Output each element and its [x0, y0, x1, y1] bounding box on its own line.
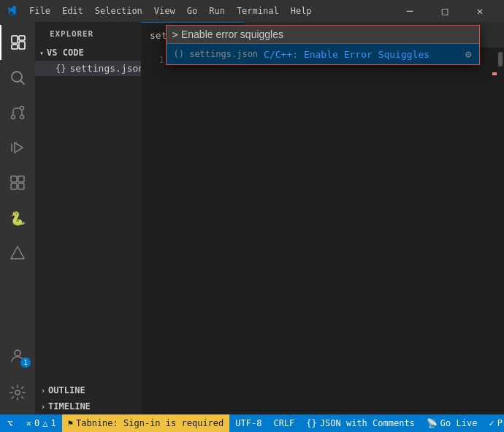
menu-view[interactable]: View [150, 4, 180, 18]
svg-rect-3 [19, 42, 25, 49]
svg-point-18 [15, 390, 20, 395]
timeline-section-header[interactable]: › TIMELINE [35, 398, 141, 414]
minimize-button[interactable]: ─ [393, 0, 427, 22]
svg-rect-4 [12, 45, 18, 49]
editor-content: 1 vscode/settings.json [141, 48, 504, 414]
account-badge: 1 [20, 357, 31, 368]
svg-point-9 [20, 115, 24, 119]
encoding-label: UTF-8 [235, 418, 261, 428]
error-count: 0 [34, 418, 39, 428]
mini-map-error-marker [492, 72, 497, 75]
settings-json-file-item[interactable]: {} settings.json 1 [35, 61, 141, 76]
command-palette: > () settings.json C/C++: Enable Error S… [166, 25, 480, 65]
svg-point-8 [20, 107, 24, 110]
status-bar: ⌥ ✕ 0 △ 1 ⚑ Tabnine: Sign-in is required… [0, 414, 504, 432]
run-debug-activity-icon[interactable] [0, 130, 35, 165]
checkmark-icon: ✓ [489, 418, 494, 428]
editor-area: > () settings.json C/C++: Enable Error S… [141, 22, 504, 414]
golive-label: Go Live [440, 418, 478, 428]
command-result-item[interactable]: () settings.json C/C++: Enable Error Squ… [167, 44, 479, 64]
vscode-logo-icon: ⬡ [7, 5, 19, 17]
file-name: settings.json [69, 63, 141, 74]
vs-code-label: VS CODE [47, 48, 84, 58]
svg-marker-16 [11, 246, 24, 259]
window-controls: ─ □ ✕ [393, 0, 497, 22]
menu-help[interactable]: Help [286, 4, 316, 18]
result-label: C/C++: Enable Error Squiggles [264, 49, 465, 60]
svg-point-7 [12, 115, 15, 119]
activity-bar-bottom: 1 [0, 338, 35, 414]
error-icon: ✕ [26, 418, 31, 428]
menu-bar: File Edit Selection View Go Run Terminal… [25, 4, 316, 18]
line-ending-status-item[interactable]: CRLF [267, 414, 300, 432]
maximize-button[interactable]: □ [428, 0, 462, 22]
title-bar-left: ⬡ File Edit Selection View Go Run Termin… [7, 4, 316, 18]
menu-terminal[interactable]: Terminal [232, 4, 283, 18]
extensions-activity-icon[interactable] [0, 165, 35, 200]
command-palette-input[interactable] [181, 29, 473, 40]
chevron-right-icon-2: › [41, 403, 45, 411]
errors-status-item[interactable]: ✕ 0 △ 1 [20, 414, 62, 432]
language-status-item[interactable]: {} JSON with Comments [300, 414, 421, 432]
golive-status-item[interactable]: 📡 Go Live [421, 414, 484, 432]
account-activity-icon[interactable]: 1 [0, 338, 35, 374]
vs-code-section: ▾ VS CODE {} settings.json 1 [35, 43, 141, 77]
outline-section-header[interactable]: › OUTLINE [35, 382, 141, 398]
explorer-activity-icon[interactable] [0, 25, 35, 60]
svg-text:⬡: ⬡ [8, 6, 16, 17]
svg-rect-12 [11, 176, 17, 182]
language-label: JSON with Comments [320, 418, 415, 428]
remote-icon: ⌥ [7, 418, 13, 429]
line-ending-label: CRLF [273, 418, 294, 428]
antenna-icon: 📡 [427, 418, 438, 428]
python-activity-icon[interactable]: 🐍 [0, 200, 35, 235]
svg-point-17 [15, 350, 20, 356]
chevron-down-icon: ▾ [39, 49, 44, 57]
svg-marker-10 [15, 143, 23, 153]
prettier-label: Prettier [497, 418, 504, 428]
remote-status-item[interactable]: ⌥ [0, 414, 20, 432]
title-bar: ⬡ File Edit Selection View Go Run Termin… [0, 0, 504, 22]
tabnine-label: Tabnine: Sign-in is required [76, 418, 224, 428]
svg-rect-13 [18, 176, 24, 182]
svg-rect-2 [19, 36, 25, 40]
outline-label: OUTLINE [48, 385, 85, 395]
sidebar-bottom: › OUTLINE › TIMELINE [35, 382, 141, 414]
tabnine-status-item[interactable]: ⚑ Tabnine: Sign-in is required [62, 414, 230, 432]
mini-map [492, 50, 497, 414]
command-prefix: > [172, 29, 178, 40]
timeline-label: TIMELINE [48, 401, 91, 412]
sidebar-title: EXPLORER [35, 22, 141, 43]
encoding-status-item[interactable]: UTF-8 [229, 414, 267, 432]
menu-go[interactable]: Go [183, 4, 202, 18]
result-file-hint: () settings.json [174, 49, 259, 59]
status-bar-right: UTF-8 CRLF {} JSON with Comments 📡 Go Li… [229, 414, 504, 432]
command-results: () settings.json C/C++: Enable Error Squ… [167, 44, 479, 64]
sidebar: EXPLORER ▾ VS CODE {} settings.json 1 › … [35, 22, 141, 414]
svg-rect-14 [11, 183, 17, 189]
activity-bar: 🐍 1 [0, 22, 35, 414]
json-file-icon: {} [56, 64, 66, 74]
warning-icon: △ [42, 418, 47, 428]
command-palette-container: > () settings.json C/C++: Enable Error S… [141, 22, 504, 65]
vs-code-section-header[interactable]: ▾ VS CODE [35, 45, 141, 61]
search-activity-icon[interactable] [0, 60, 35, 95]
svg-line-6 [21, 81, 25, 85]
settings-activity-icon[interactable] [0, 375, 35, 410]
result-gear-icon[interactable]: ⚙ [465, 48, 471, 60]
source-control-activity-icon[interactable] [0, 95, 35, 130]
prettier-status-item[interactable]: ✓ Prettier [483, 414, 504, 432]
remote-activity-icon[interactable] [0, 235, 35, 270]
menu-run[interactable]: Run [205, 4, 229, 18]
menu-file[interactable]: File [25, 4, 55, 18]
menu-edit[interactable]: Edit [58, 4, 88, 18]
menu-selection[interactable]: Selection [91, 4, 147, 18]
svg-rect-1 [12, 36, 18, 43]
code-lines[interactable]: vscode/settings.json [170, 50, 492, 414]
main-layout: 🐍 1 EXPLORER [0, 22, 504, 414]
warning-count: 1 [51, 418, 56, 428]
tabnine-icon: ⚑ [68, 418, 73, 428]
scrollbar-track[interactable] [497, 50, 504, 414]
command-input-wrapper: > [167, 26, 479, 44]
close-button[interactable]: ✕ [463, 0, 497, 22]
